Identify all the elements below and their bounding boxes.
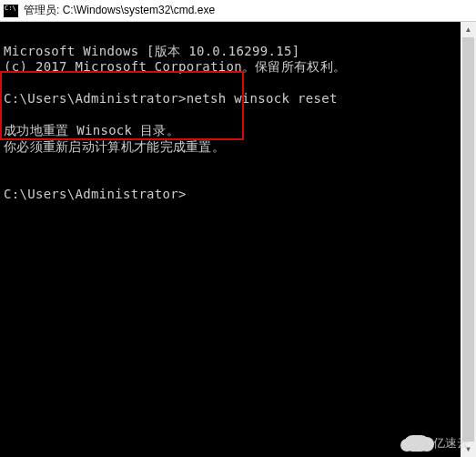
result-line-2: 你必须重新启动计算机才能完成重置。	[4, 139, 225, 154]
scrollbar-track[interactable]	[461, 37, 476, 442]
prompt-line-2[interactable]: C:\Users\Administrator>	[4, 187, 187, 201]
terminal-area[interactable]: Microsoft Windows [版本 10.0.16299.15] (c)…	[0, 22, 476, 457]
window-title-bar: 管理员: C:\Windows\system32\cmd.exe	[0, 0, 476, 22]
version-line: Microsoft Windows [版本 10.0.16299.15]	[4, 44, 299, 58]
command-text: netsh winsock reset	[187, 91, 338, 106]
result-line-1: 成功地重置 Winsock 目录。	[4, 123, 179, 137]
prompt-path: C:\Users\Administrator>	[4, 91, 187, 106]
cmd-icon	[4, 5, 18, 17]
prompt-path: C:\Users\Administrator>	[4, 187, 187, 201]
prompt-line-1: C:\Users\Administrator>netsh winsock res…	[4, 91, 338, 106]
watermark-text: 亿速云	[433, 435, 469, 452]
vertical-scrollbar[interactable]: ▲ ▼	[461, 22, 476, 457]
watermark: 亿速云	[404, 435, 469, 452]
scroll-up-button[interactable]: ▲	[461, 22, 476, 37]
copyright-line: (c) 2017 Microsoft Corporation。保留所有权利。	[4, 59, 346, 74]
window-title-text: 管理员: C:\Windows\system32\cmd.exe	[24, 3, 215, 18]
cloud-icon	[404, 435, 430, 452]
scrollbar-thumb[interactable]	[462, 37, 474, 442]
